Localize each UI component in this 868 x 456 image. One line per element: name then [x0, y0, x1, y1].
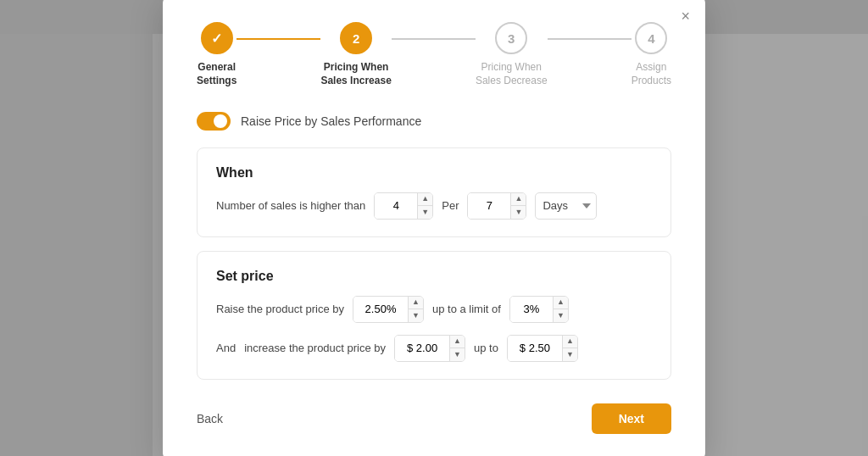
and-label: And — [216, 342, 236, 354]
limit-percent-input[interactable]: ▲ ▼ — [509, 296, 569, 323]
when-row: Number of sales is higher than ▲ ▼ Per ▲… — [216, 192, 652, 220]
toggle-thumb — [214, 114, 227, 128]
period-dropdown[interactable]: Days Weeks Months — [535, 192, 597, 220]
limit-label: up to a limit of — [432, 303, 501, 315]
dollar-limit-field[interactable] — [508, 336, 562, 361]
back-button[interactable]: Back — [197, 412, 223, 425]
dollar-limit-spinner[interactable]: ▲ ▼ — [562, 335, 577, 362]
step-assign: 4 AssignProducts — [632, 22, 671, 87]
toggle-switch[interactable] — [197, 112, 231, 131]
sales-count-down[interactable]: ▼ — [418, 206, 432, 220]
raise-percent-spinner[interactable]: ▲ ▼ — [408, 296, 423, 323]
days-count-up[interactable]: ▲ — [511, 192, 526, 207]
limit-percent-up[interactable]: ▲ — [554, 296, 568, 310]
step-label-3: Pricing WhenSales Decrease — [476, 61, 548, 87]
dollar-amount-field[interactable] — [395, 336, 449, 361]
dollar-amount-up[interactable]: ▲ — [450, 335, 465, 349]
step-label-2: Pricing WhenSales Increase — [320, 61, 391, 87]
dollar-limit-input[interactable]: ▲ ▼ — [507, 335, 578, 362]
dollar-amount-down[interactable]: ▼ — [450, 348, 465, 362]
when-title: When — [216, 165, 652, 181]
raise-percent-field[interactable] — [353, 297, 408, 322]
connector-3-4 — [548, 38, 632, 40]
step-pricing-decrease: 3 Pricing WhenSales Decrease — [476, 22, 548, 87]
limit-percent-down[interactable]: ▼ — [554, 309, 568, 323]
dollar-amount-input[interactable]: ▲ ▼ — [394, 335, 465, 362]
step-general: ✓ GeneralSettings — [197, 22, 236, 87]
sales-count-field[interactable] — [375, 193, 417, 219]
step-circle-3: 3 — [495, 22, 527, 54]
days-count-field[interactable] — [468, 193, 510, 219]
toggle-row: Raise Price by Sales Performance — [197, 112, 671, 131]
raise-prefix: Raise the product price by — [216, 303, 344, 315]
step-circle-2: 2 — [340, 22, 372, 54]
sales-count-spinner[interactable]: ▲ ▼ — [417, 192, 432, 220]
price-row-1: Raise the product price by ▲ ▼ up to a l… — [216, 296, 652, 323]
limit-percent-spinner[interactable]: ▲ ▼ — [553, 296, 568, 323]
raise-percent-input[interactable]: ▲ ▼ — [353, 296, 424, 323]
stepper: ✓ GeneralSettings 2 Pricing WhenSales In… — [197, 22, 671, 87]
set-price-title: Set price — [216, 269, 652, 284]
toggle-track[interactable] — [197, 112, 231, 131]
step-label-4: AssignProducts — [632, 61, 671, 87]
days-count-input[interactable]: ▲ ▼ — [467, 192, 526, 220]
raise-percent-up[interactable]: ▲ — [409, 296, 423, 310]
when-prefix: Number of sales is higher than — [216, 199, 365, 212]
step-circle-1: ✓ — [201, 22, 233, 54]
increase-label: increase the product price by — [244, 342, 386, 354]
step-pricing-increase: 2 Pricing WhenSales Increase — [320, 22, 391, 87]
toggle-label: Raise Price by Sales Performance — [241, 114, 421, 128]
dollar-amount-spinner[interactable]: ▲ ▼ — [449, 335, 465, 362]
price-row-2: And increase the product price by ▲ ▼ up… — [216, 335, 652, 362]
step-label-1: GeneralSettings — [197, 61, 236, 87]
days-count-down[interactable]: ▼ — [511, 206, 526, 220]
days-count-spinner[interactable]: ▲ ▼ — [510, 192, 526, 220]
connector-2-3 — [392, 38, 476, 40]
next-button[interactable]: Next — [592, 403, 671, 434]
connector-1-2 — [236, 38, 320, 40]
when-section: When Number of sales is higher than ▲ ▼ … — [197, 147, 671, 237]
modal-footer: Back Next — [197, 403, 671, 434]
up-to-label: up to — [474, 342, 498, 354]
set-price-section: Set price Raise the product price by ▲ ▼… — [197, 251, 671, 380]
modal-dialog: × ✓ GeneralSettings 2 Pricing WhenSales … — [163, 0, 705, 456]
limit-percent-field[interactable] — [510, 297, 553, 322]
sales-count-input[interactable]: ▲ ▼ — [374, 192, 433, 220]
sales-count-up[interactable]: ▲ — [418, 192, 432, 207]
step-circle-4: 4 — [635, 22, 667, 54]
per-label: Per — [442, 199, 459, 212]
close-button[interactable]: × — [681, 8, 690, 24]
raise-percent-down[interactable]: ▼ — [409, 309, 423, 323]
modal-backdrop: × ✓ GeneralSettings 2 Pricing WhenSales … — [0, 0, 868, 456]
dollar-limit-down[interactable]: ▼ — [563, 348, 577, 362]
dollar-limit-up[interactable]: ▲ — [563, 335, 577, 349]
